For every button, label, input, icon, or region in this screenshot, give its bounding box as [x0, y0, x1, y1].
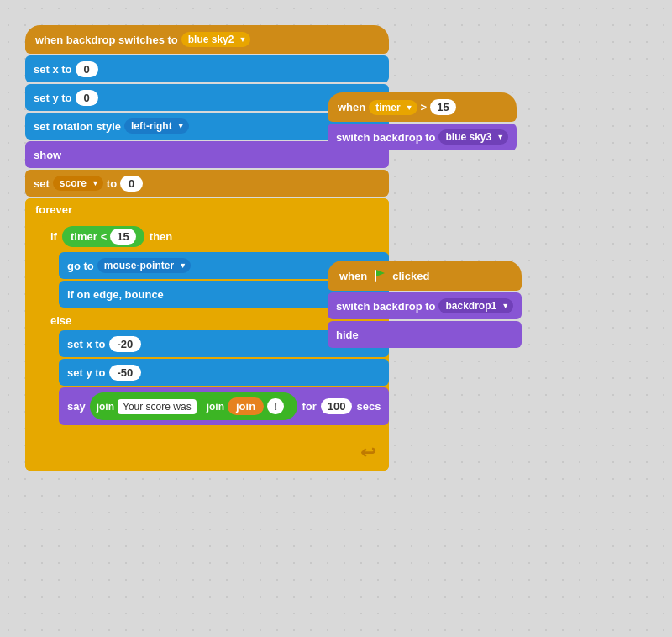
join2-block: join join ! [200, 395, 291, 418]
if-on-edge-label: if on edge, bounce [67, 288, 164, 301]
set-x-else-val[interactable]: -20 [109, 336, 142, 352]
flag-svg [372, 268, 387, 283]
set-y-label: set y to [34, 92, 72, 104]
if-row[interactable]: if timer < 15 then [42, 221, 389, 252]
timer-condition: timer < 15 [62, 226, 144, 247]
then-label: then [150, 230, 172, 243]
join1-block: join Your score was join join ! [90, 392, 298, 420]
gt-sign-tr: > [421, 101, 428, 113]
timer-val[interactable]: 15 [110, 229, 135, 245]
top-right-stack: when timer > 15 switch backdrop to blue … [328, 92, 517, 150]
say-label: say [67, 400, 86, 413]
set-label: set [34, 177, 50, 190]
join2-label: join [207, 401, 224, 413]
set-y-else-label: set y to [67, 366, 106, 379]
score-var-dropdown[interactable]: score [53, 176, 103, 191]
forever-label: forever [35, 203, 72, 216]
set-x-else-label: set x to [67, 338, 106, 350]
set-x-val[interactable]: 0 [76, 61, 98, 77]
go-to-label: go to [67, 260, 94, 272]
set-y-val[interactable]: 0 [76, 90, 98, 106]
switch-backdrop-tr[interactable]: switch backdrop to blue sky3 [328, 124, 517, 150]
score-oval: join [228, 397, 264, 415]
rotation-dropdown[interactable]: left-right [124, 118, 189, 134]
forever-label-row[interactable]: forever [25, 198, 389, 221]
timer-val-tr[interactable]: 15 [430, 99, 455, 115]
set-y-else-val[interactable]: -50 [109, 365, 142, 381]
svg-rect-0 [375, 270, 376, 282]
svg-marker-1 [376, 270, 385, 276]
backdrop-dropdown[interactable]: blue sky2 [181, 32, 251, 47]
else-label: else [50, 314, 71, 327]
exclaim-input[interactable]: ! [267, 398, 284, 414]
lt-sign: < [101, 230, 108, 243]
when-label-tr: when [338, 101, 365, 113]
join1-label: join [97, 401, 114, 413]
hide-label-br: hide [336, 329, 359, 341]
set-x-label: set x to [34, 63, 72, 76]
score-val[interactable]: 0 [120, 176, 143, 192]
when-label-br: when [339, 270, 367, 282]
if-label: if [50, 230, 57, 243]
set-y-else-block[interactable]: set y to -50 [59, 359, 389, 386]
forever-arrow: ↩ [25, 439, 389, 471]
hide-block-br[interactable]: hide [328, 321, 522, 348]
backdrop-dropdown-tr[interactable]: blue sky3 [438, 129, 508, 145]
flag-icon [370, 267, 389, 284]
mouse-pointer-dropdown[interactable]: mouse-pointer [97, 258, 191, 273]
set-x-block[interactable]: set x to 0 [25, 55, 389, 82]
switch-backdrop-label-br: switch backdrop to [336, 300, 435, 313]
for-label: for [302, 400, 316, 413]
set-score-block[interactable]: set score to 0 [25, 170, 389, 197]
backdrop-dropdown-br[interactable]: backdrop1 [438, 298, 513, 313]
switch-backdrop-br[interactable]: switch backdrop to backdrop1 [328, 292, 522, 319]
your-score-was-input[interactable]: Your score was [118, 399, 197, 414]
secs-label: secs [356, 400, 381, 413]
timer-dropdown-tr[interactable]: timer [369, 100, 417, 115]
when-flag-hat[interactable]: when clicked [328, 261, 522, 291]
for-val[interactable]: 100 [321, 398, 353, 414]
when-label: when backdrop switches to [35, 34, 178, 46]
when-timer-hat[interactable]: when timer > 15 [328, 92, 517, 122]
timer-label: timer [71, 230, 97, 243]
switch-backdrop-label-tr: switch backdrop to [336, 131, 435, 144]
show-label: show [34, 149, 61, 161]
if-bottom [42, 429, 389, 435]
to-label: to [107, 177, 117, 190]
say-block[interactable]: say join Your score was join join ! [59, 387, 389, 425]
bottom-right-stack: when clicked switch backdrop to backdrop… [328, 261, 522, 348]
hat-block-backdrop[interactable]: when backdrop switches to blue sky2 [25, 25, 389, 54]
set-rotation-label: set rotation style [34, 120, 121, 133]
clicked-label-br: clicked [392, 270, 429, 282]
